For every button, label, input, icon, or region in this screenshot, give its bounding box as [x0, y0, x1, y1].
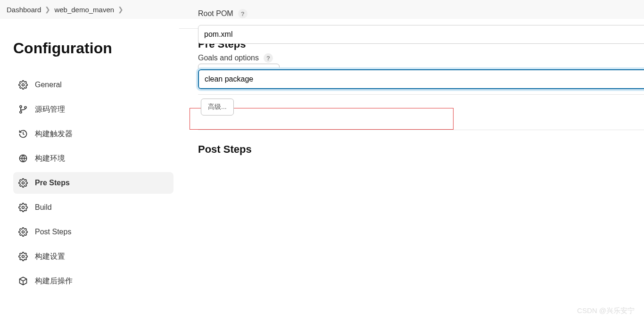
sidebar-item-pre-steps[interactable]: Pre Steps [13, 172, 173, 194]
sidebar-item-label: Pre Steps [35, 179, 70, 187]
svg-point-8 [22, 256, 25, 258]
sidebar-item-environment[interactable]: 构建环境 [13, 148, 173, 169]
sidebar-item-label: 构建后操作 [35, 276, 73, 286]
sidebar-item-general[interactable]: General [13, 74, 173, 96]
sidebar-item-label: 源码管理 [35, 105, 65, 115]
gear-icon [18, 178, 28, 188]
help-icon[interactable]: ? [238, 9, 248, 18]
chevron-right-icon: ❯ [45, 6, 50, 13]
sidebar-item-post-steps[interactable]: Post Steps [13, 221, 173, 243]
breadcrumb-item-project[interactable]: web_demo_maven [54, 6, 114, 14]
goals-input[interactable] [198, 69, 644, 89]
svg-point-5 [22, 182, 25, 184]
gear-icon [18, 227, 28, 237]
goals-label: Goals and options [198, 54, 259, 62]
gear-icon [18, 251, 28, 262]
divider [198, 130, 644, 130]
post-steps-section: Post Steps [198, 143, 644, 156]
sidebar-item-label: 构建设置 [35, 252, 65, 262]
sidebar-item-label: 构建环境 [35, 154, 65, 164]
advanced-button[interactable]: 高级... [201, 99, 234, 116]
sidebar-item-label: 构建触发器 [35, 129, 73, 139]
breadcrumb-item-dashboard[interactable]: Dashboard [7, 6, 41, 14]
svg-point-1 [20, 106, 22, 107]
gear =214-- -icon [18, 202, 28, 213]
svg-point-2 [20, 111, 22, 113]
package-icon [18, 276, 28, 286]
root-pom-label: Root POM [198, 9, 233, 18]
svg-point-7 [22, 231, 25, 233]
help-icon[interactable]: ? [264, 53, 273, 63]
root-pom-input[interactable] [198, 25, 644, 44]
build-section: Build Root POM ? Goals and options ? 高级.… [198, 0, 644, 116]
chevron-right-icon: ❯ [118, 6, 124, 13]
globe-icon [18, 153, 28, 164]
sidebar-item-label: Post Steps [35, 228, 71, 236]
history-icon [18, 129, 28, 139]
sidebar-item-build-settings[interactable]: 构建设置 [13, 246, 173, 267]
svg-point-3 [25, 107, 26, 108]
sidebar-item-label: Build [35, 203, 52, 212]
sidebar-item-scm[interactable]: 源码管理 [13, 99, 173, 120]
sidebar-item-build[interactable]: Build [13, 197, 173, 218]
post-steps-heading: Post Steps [198, 143, 644, 156]
gear-icon [18, 80, 28, 90]
page-title: Configuration [13, 40, 173, 57]
sidebar-item-triggers[interactable]: 构建触发器 [13, 123, 173, 145]
sidebar-item-label: General [35, 81, 62, 89]
sidebar-item-post-build[interactable]: 构建后操作 [13, 270, 173, 292]
main-content: Pre Steps Add pre-build step ▼ Build Roo… [179, 28, 644, 292]
svg-point-6 [22, 206, 25, 209]
svg-point-0 [22, 84, 25, 86]
branch-icon [18, 104, 28, 115]
sidebar: Configuration General 源码管理 构建触发器 [0, 28, 179, 292]
